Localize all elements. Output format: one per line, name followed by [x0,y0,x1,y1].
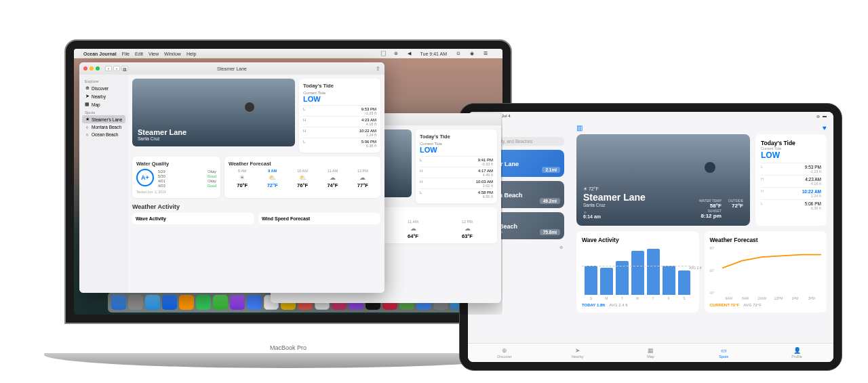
close-icon[interactable] [83,66,87,70]
tab-label: Nearby [572,355,584,359]
x-label: W [631,296,644,300]
tide-time: 5:06 PM [805,201,821,206]
wifi-icon: ⊚ [816,114,820,119]
forecast-hour: 9 AM⛅72°F [258,169,285,188]
tide-row: L5:06 PM6.38 ft [761,199,821,211]
spot-distance: 2.1mi [542,167,560,173]
menu-help[interactable]: Help [186,52,196,56]
dock-app-icon[interactable] [247,295,262,310]
outside-temp: 72°F [728,203,743,209]
label: AVG [743,303,751,307]
tab-map[interactable]: ▦Map [614,344,688,362]
sidebar-item[interactable]: ★Steamer's Lane [82,115,125,123]
notification-center-icon[interactable]: ☰ [484,51,488,56]
bar [678,270,691,295]
tide-time: 10:22 AM [802,189,821,194]
surfer-image [705,162,715,173]
label: TODAY [582,303,595,307]
avg-marker: AVG 2.4 [689,266,702,270]
surfer-image [245,102,254,112]
sidebar-item[interactable]: ➤Nearby [82,92,125,100]
tab-icon: ▭ [721,347,727,354]
label: SUNSET [699,209,722,213]
siri-icon[interactable]: ◉ [470,51,474,56]
menu-window[interactable]: Window [164,52,181,56]
settings-icon[interactable]: ⚙ [559,245,563,249]
minimize-icon[interactable] [90,66,94,70]
back-button[interactable]: ‹ [105,66,112,71]
dock-safari-icon[interactable] [145,295,160,310]
dock-app-icon[interactable] [230,295,245,310]
section-title: Weather Activity [132,203,380,210]
forecast-hour: 11 AM☁64°F [387,220,439,239]
dock-app-icon[interactable] [179,295,194,310]
tide-row: L9:53 PM-1.23 ft [303,105,376,116]
sidebar-item[interactable]: ○Ocean Beach [82,131,125,138]
spot-distance: 49.2mi [540,198,560,204]
bar [616,261,629,295]
zoom-icon[interactable] [96,66,100,70]
tab-nearby[interactable]: ➤Nearby [541,344,614,362]
dock-finder-icon[interactable] [111,295,126,310]
tide-row: H10:22 AM2.24 ft [761,187,821,199]
sidebar-icon: ▦ [85,102,90,107]
sidebar-toggle-icon[interactable]: ▥ [576,124,583,132]
tide-card: Today's Tide Current Tide LOW L9:41 PM-0… [416,129,497,203]
forward-button[interactable]: › [113,66,120,71]
tab-icon: 👤 [793,347,801,354]
favorite-icon[interactable]: ♥ [823,124,827,132]
hour-label: 12 PM [441,220,493,224]
x-label: S [678,296,691,300]
app-menu[interactable]: Ocean Journal [83,52,117,56]
titlebar[interactable]: ‹›▥ Steamer Lane ⇪ [79,62,384,75]
clock[interactable]: Tue 9:41 AM [420,52,447,56]
card-title: Wave Activity [136,216,251,221]
wave-activity-card[interactable]: Wave Activity [132,213,254,224]
spotlight-icon[interactable]: ⊙ [456,51,460,56]
bar [585,266,597,295]
wave-activity-chart: Wave Activity AVG 2.4 SMTWTFS TODAY 1.8f… [576,231,699,313]
share-icon[interactable]: ⇪ [376,66,380,72]
tide-current: LOW [761,150,821,160]
water-temp: 58°F [699,203,722,209]
wq-row: 5/30Good [158,174,216,178]
wifi-icon[interactable]: ⊚ [394,51,398,56]
tab-label: Discover [497,355,511,359]
temp-value: 74°F [319,182,346,188]
x-label: 10AM [755,296,768,300]
sidebar-label: Discover [92,86,108,91]
dock-facetime-icon[interactable] [213,295,228,310]
tab-discover[interactable]: ⊕Discover [468,344,541,362]
tide-height: -1.23 ft [805,169,821,174]
menu-file[interactable]: File [122,52,130,56]
wq-row: 4/01Okay [158,178,216,183]
spot-title: Steamer Lane [138,128,290,136]
hour-label: 11 AM [319,169,346,173]
sidebar-item[interactable]: ▦Map [82,100,125,108]
dock-mail-icon[interactable] [162,295,177,310]
tab-spots[interactable]: ▭Spots [687,344,760,362]
tide-current: LOW [420,146,493,154]
sidebar-item[interactable]: ⊕Discover [82,84,125,92]
tab-profile[interactable]: 👤Profile [760,344,833,362]
sidebar-label: Map [92,102,100,107]
menubar-status: ⃞ ⊚ ◀ Tue 9:41 AM ⊙ ◉ ☰ [384,51,493,56]
menu-view[interactable]: View [149,52,159,56]
wind-forecast-card[interactable]: Wind Speed Forecast [258,213,380,224]
bar [600,268,613,295]
weather-icon: ☀ [229,174,256,181]
tide-height: 2.24 ft [366,133,376,137]
tab-icon: ▦ [648,347,654,354]
sidebar-item[interactable]: ○Montara Beach [82,123,125,131]
dock-messages-icon[interactable] [196,295,211,310]
forecast-hour: 8 AM☀70°F [229,169,256,188]
tide-row: H4:23 AM4.18 ft [761,175,821,187]
dock-app-icon[interactable] [128,295,143,310]
sidebar-header: Spots [82,108,125,115]
menu-edit[interactable]: Edit [135,52,143,56]
volume-icon[interactable]: ◀ [408,51,411,56]
hour-label: 10 AM [289,169,316,173]
weather-icon: ☁ [349,174,376,181]
tide-time: 4:23 AM [805,177,821,182]
sidebar-toggle-icon[interactable]: ▥ [121,66,128,71]
